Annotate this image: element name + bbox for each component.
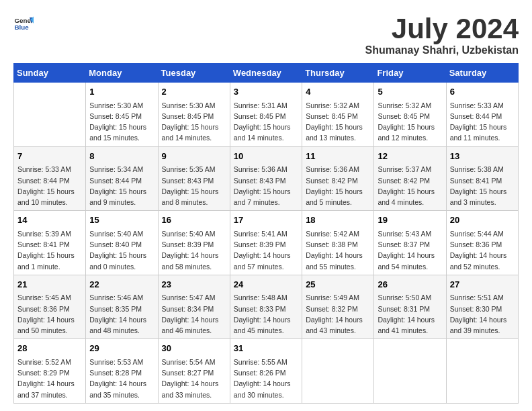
calendar-cell: 15Sunrise: 5:40 AMSunset: 8:40 PMDayligh…	[86, 211, 158, 275]
calendar-cell	[446, 339, 518, 404]
calendar-week-row: 14Sunrise: 5:39 AMSunset: 8:41 PMDayligh…	[14, 211, 519, 275]
day-info: Sunrise: 5:35 AMSunset: 8:43 PMDaylight:…	[162, 164, 226, 208]
calendar-header-wednesday: Wednesday	[230, 64, 302, 83]
day-info: Sunrise: 5:46 AMSunset: 8:35 PMDaylight:…	[89, 292, 154, 336]
day-info: Sunrise: 5:52 AMSunset: 8:29 PMDaylight:…	[17, 357, 82, 400]
day-info: Sunrise: 5:31 AMSunset: 8:45 PMDaylight:…	[234, 100, 298, 144]
day-number: 24	[234, 278, 298, 291]
calendar-header-row: SundayMondayTuesdayWednesdayThursdayFrid…	[14, 64, 519, 83]
day-number: 26	[378, 278, 442, 291]
calendar-cell: 9Sunrise: 5:35 AMSunset: 8:43 PMDaylight…	[158, 146, 230, 211]
day-info: Sunrise: 5:48 AMSunset: 8:33 PMDaylight:…	[234, 292, 298, 336]
day-number: 27	[450, 278, 515, 291]
day-info: Sunrise: 5:34 AMSunset: 8:44 PMDaylight:…	[89, 164, 154, 208]
day-info: Sunrise: 5:30 AMSunset: 8:45 PMDaylight:…	[89, 100, 154, 144]
day-number: 15	[89, 214, 154, 227]
day-number: 25	[306, 278, 370, 291]
calendar-cell	[14, 83, 86, 147]
day-number: 12	[378, 150, 442, 163]
day-number: 31	[234, 342, 298, 355]
day-info: Sunrise: 5:30 AMSunset: 8:45 PMDaylight:…	[162, 100, 226, 144]
day-number: 18	[306, 214, 370, 227]
calendar-table: SundayMondayTuesdayWednesdayThursdayFrid…	[13, 63, 519, 404]
day-number: 6	[450, 85, 515, 99]
calendar-cell: 17Sunrise: 5:41 AMSunset: 8:39 PMDayligh…	[230, 211, 302, 275]
day-number: 22	[89, 278, 154, 291]
calendar-cell: 31Sunrise: 5:55 AMSunset: 8:26 PMDayligh…	[230, 339, 302, 404]
calendar-week-row: 21Sunrise: 5:45 AMSunset: 8:36 PMDayligh…	[14, 275, 519, 339]
day-number: 20	[450, 214, 515, 227]
subtitle: Shumanay Shahri, Uzbekistan	[365, 44, 519, 56]
day-number: 29	[89, 342, 154, 355]
day-number: 14	[17, 214, 82, 227]
day-number: 17	[234, 214, 298, 227]
calendar-cell: 1Sunrise: 5:30 AMSunset: 8:45 PMDaylight…	[86, 83, 158, 147]
day-number: 30	[162, 342, 226, 355]
calendar-header-sunday: Sunday	[14, 64, 86, 83]
logo: General Blue	[13, 13, 34, 34]
day-info: Sunrise: 5:33 AMSunset: 8:44 PMDaylight:…	[17, 164, 82, 208]
calendar-header-saturday: Saturday	[446, 64, 518, 83]
day-info: Sunrise: 5:40 AMSunset: 8:40 PMDaylight:…	[89, 228, 154, 272]
calendar-cell	[374, 339, 446, 404]
calendar-cell: 30Sunrise: 5:54 AMSunset: 8:27 PMDayligh…	[158, 339, 230, 404]
day-info: Sunrise: 5:44 AMSunset: 8:36 PMDaylight:…	[450, 228, 515, 272]
day-number: 28	[17, 342, 82, 355]
day-info: Sunrise: 5:50 AMSunset: 8:31 PMDaylight:…	[378, 292, 442, 336]
day-number: 5	[378, 85, 442, 99]
calendar-header-friday: Friday	[374, 64, 446, 83]
calendar-cell: 21Sunrise: 5:45 AMSunset: 8:36 PMDayligh…	[14, 275, 86, 339]
day-info: Sunrise: 5:51 AMSunset: 8:30 PMDaylight:…	[450, 292, 515, 336]
calendar-cell: 5Sunrise: 5:32 AMSunset: 8:45 PMDaylight…	[374, 83, 446, 147]
calendar-cell: 26Sunrise: 5:50 AMSunset: 8:31 PMDayligh…	[374, 275, 446, 339]
calendar-cell: 10Sunrise: 5:36 AMSunset: 8:43 PMDayligh…	[230, 146, 302, 211]
day-number: 19	[378, 214, 442, 227]
calendar-cell: 12Sunrise: 5:37 AMSunset: 8:42 PMDayligh…	[374, 146, 446, 211]
calendar-header-tuesday: Tuesday	[158, 64, 230, 83]
day-info: Sunrise: 5:39 AMSunset: 8:41 PMDaylight:…	[17, 228, 82, 272]
calendar-cell: 20Sunrise: 5:44 AMSunset: 8:36 PMDayligh…	[446, 211, 518, 275]
calendar-cell: 28Sunrise: 5:52 AMSunset: 8:29 PMDayligh…	[14, 339, 86, 404]
day-info: Sunrise: 5:36 AMSunset: 8:43 PMDaylight:…	[234, 164, 298, 208]
day-info: Sunrise: 5:55 AMSunset: 8:26 PMDaylight:…	[234, 357, 298, 400]
svg-text:Blue: Blue	[15, 24, 30, 31]
calendar-header-thursday: Thursday	[302, 64, 374, 83]
calendar-cell: 11Sunrise: 5:36 AMSunset: 8:42 PMDayligh…	[302, 146, 374, 211]
main-title: July 2024	[365, 13, 519, 44]
day-info: Sunrise: 5:33 AMSunset: 8:44 PMDaylight:…	[450, 100, 515, 144]
calendar-cell: 24Sunrise: 5:48 AMSunset: 8:33 PMDayligh…	[230, 275, 302, 339]
calendar-cell: 22Sunrise: 5:46 AMSunset: 8:35 PMDayligh…	[86, 275, 158, 339]
calendar-cell: 16Sunrise: 5:40 AMSunset: 8:39 PMDayligh…	[158, 211, 230, 275]
day-number: 7	[17, 150, 82, 163]
calendar-cell: 18Sunrise: 5:42 AMSunset: 8:38 PMDayligh…	[302, 211, 374, 275]
calendar-cell: 27Sunrise: 5:51 AMSunset: 8:30 PMDayligh…	[446, 275, 518, 339]
day-info: Sunrise: 5:54 AMSunset: 8:27 PMDaylight:…	[162, 357, 226, 400]
day-info: Sunrise: 5:41 AMSunset: 8:39 PMDaylight:…	[234, 228, 298, 272]
calendar-cell: 6Sunrise: 5:33 AMSunset: 8:44 PMDaylight…	[446, 83, 518, 147]
calendar-cell: 3Sunrise: 5:31 AMSunset: 8:45 PMDaylight…	[230, 83, 302, 147]
day-number: 10	[234, 150, 298, 163]
day-info: Sunrise: 5:37 AMSunset: 8:42 PMDaylight:…	[378, 164, 442, 208]
day-number: 3	[234, 85, 298, 99]
day-number: 11	[306, 150, 370, 163]
day-info: Sunrise: 5:36 AMSunset: 8:42 PMDaylight:…	[306, 164, 370, 208]
day-info: Sunrise: 5:53 AMSunset: 8:28 PMDaylight:…	[89, 357, 154, 400]
day-info: Sunrise: 5:42 AMSunset: 8:38 PMDaylight:…	[306, 228, 370, 272]
day-info: Sunrise: 5:45 AMSunset: 8:36 PMDaylight:…	[17, 292, 82, 336]
calendar-header-monday: Monday	[86, 64, 158, 83]
day-number: 2	[162, 85, 226, 99]
calendar-cell: 14Sunrise: 5:39 AMSunset: 8:41 PMDayligh…	[14, 211, 86, 275]
calendar-cell: 19Sunrise: 5:43 AMSunset: 8:37 PMDayligh…	[374, 211, 446, 275]
day-number: 8	[89, 150, 154, 163]
calendar-cell: 2Sunrise: 5:30 AMSunset: 8:45 PMDaylight…	[158, 83, 230, 147]
day-number: 21	[17, 278, 82, 291]
day-info: Sunrise: 5:43 AMSunset: 8:37 PMDaylight:…	[378, 228, 442, 272]
calendar-cell: 25Sunrise: 5:49 AMSunset: 8:32 PMDayligh…	[302, 275, 374, 339]
day-info: Sunrise: 5:38 AMSunset: 8:41 PMDaylight:…	[450, 164, 515, 208]
day-info: Sunrise: 5:40 AMSunset: 8:39 PMDaylight:…	[162, 228, 226, 272]
calendar-cell: 23Sunrise: 5:47 AMSunset: 8:34 PMDayligh…	[158, 275, 230, 339]
logo-icon: General Blue	[13, 13, 34, 34]
calendar-week-row: 28Sunrise: 5:52 AMSunset: 8:29 PMDayligh…	[14, 339, 519, 404]
calendar-week-row: 1Sunrise: 5:30 AMSunset: 8:45 PMDaylight…	[14, 83, 519, 147]
day-number: 13	[450, 150, 515, 163]
